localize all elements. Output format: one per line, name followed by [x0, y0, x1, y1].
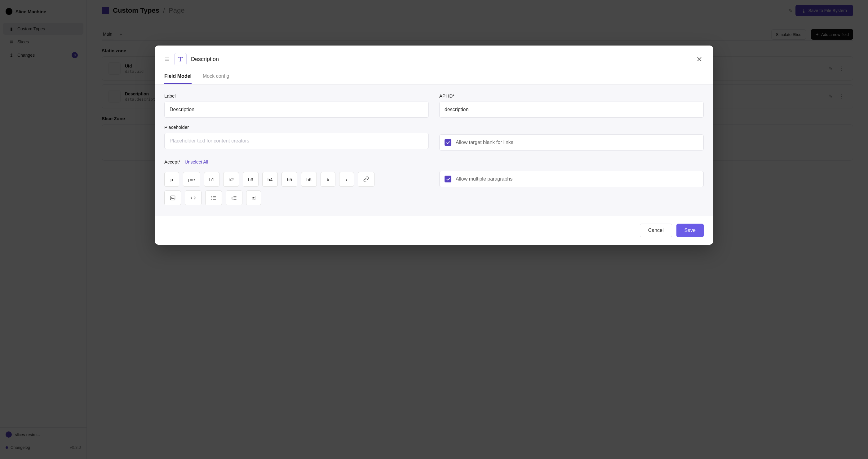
chip-image[interactable] [164, 191, 181, 205]
target-blank-label: Allow target blank for links [456, 140, 514, 145]
modal-header: Description [155, 45, 713, 69]
bold-glyph: b [327, 177, 329, 182]
chip-h2[interactable]: h2 [223, 172, 239, 187]
chip-p[interactable]: p [164, 172, 179, 187]
modal-tabs: Field Model Mock config [155, 69, 713, 85]
chip-h1[interactable]: h1 [204, 172, 220, 187]
target-blank-row: Allow target blank for links [439, 125, 704, 151]
label-label: Label [164, 93, 429, 98]
drag-handle-icon[interactable] [164, 56, 170, 62]
accept-label: Accept* [164, 159, 180, 164]
close-icon[interactable] [695, 55, 704, 64]
list-ordered-icon: 123 [231, 195, 237, 201]
field-config-modal: Description Field Model Mock config Labe… [155, 45, 713, 245]
chip-h5[interactable]: h5 [281, 172, 297, 187]
svg-rect-3 [170, 196, 175, 200]
list-bullet-icon [211, 195, 217, 201]
chip-ul[interactable] [205, 191, 222, 205]
allow-target-blank-checkbox[interactable]: Allow target blank for links [439, 134, 704, 151]
multi-para-row: Allow multiple paragraphs [439, 157, 704, 205]
label-input[interactable] [164, 102, 429, 118]
cancel-button[interactable]: Cancel [640, 224, 672, 237]
chip-embed[interactable] [185, 191, 202, 205]
link-icon [363, 176, 369, 183]
checkbox-checked-icon [444, 175, 452, 183]
placeholder-input[interactable] [164, 133, 429, 149]
accept-section: Accept* Unselect All p pre h1 h2 h3 h4 h… [164, 157, 429, 205]
label-field-row: Label [164, 93, 429, 118]
accept-chip-row: p pre h1 h2 h3 h4 h5 h6 b i [164, 172, 388, 205]
chip-h3[interactable]: h3 [243, 172, 258, 187]
richtext-icon [174, 53, 187, 65]
modal-footer: Cancel Save [155, 216, 713, 245]
image-icon [169, 195, 176, 201]
api-id-field-row: API ID* [439, 93, 704, 118]
allow-multi-paragraph-checkbox[interactable]: Allow multiple paragraphs [439, 171, 704, 187]
tab-field-model[interactable]: Field Model [164, 69, 192, 84]
chip-link[interactable] [358, 172, 374, 187]
chip-h4[interactable]: h4 [262, 172, 278, 187]
chip-bold[interactable]: b [320, 172, 335, 187]
chip-rtl[interactable]: rtl [246, 191, 261, 205]
multi-para-label: Allow multiple paragraphs [456, 176, 513, 182]
save-button[interactable]: Save [676, 224, 704, 237]
svg-point-7 [211, 199, 212, 200]
chip-italic[interactable]: i [339, 172, 354, 187]
code-icon [190, 195, 196, 201]
svg-point-6 [211, 198, 212, 198]
italic-glyph: i [346, 177, 347, 182]
svg-text:3: 3 [231, 199, 232, 200]
api-id-input[interactable] [439, 102, 704, 118]
modal-title: Description [191, 56, 219, 63]
api-id-label: API ID* [439, 93, 704, 98]
placeholder-label: Placeholder [164, 125, 429, 130]
placeholder-field-row: Placeholder [164, 125, 429, 151]
svg-point-5 [211, 196, 212, 197]
unselect-all-link[interactable]: Unselect All [185, 160, 208, 164]
chip-pre[interactable]: pre [183, 172, 200, 187]
tab-mock-config[interactable]: Mock config [203, 69, 229, 84]
modal-body: Label API ID* Placeholder Allow target b… [155, 85, 713, 216]
chip-h6[interactable]: h6 [301, 172, 317, 187]
checkbox-checked-icon [444, 139, 452, 146]
chip-ol[interactable]: 123 [226, 191, 242, 205]
